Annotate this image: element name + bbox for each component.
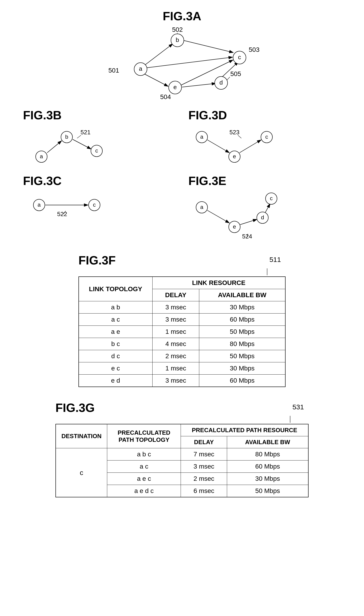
svg-line-43 [207,210,229,223]
delay-cell: 3 msec [181,461,227,473]
node-b: b [176,36,179,43]
svg-text:c: c [93,202,96,208]
fig3f-table: LINK TOPOLOGY LINK RESOURCE DELAY AVAILA… [78,276,286,387]
ref531-arrow [55,415,309,424]
fig3f-label: FIG.3F [78,253,116,267]
node-d: d [220,79,223,86]
fig3d-label: FIG.3D [188,108,341,122]
ref-511: 511 [269,256,281,263]
svg-line-14 [227,77,230,80]
delay-cell: 3 msec [152,375,199,387]
fig3b-diagram: a b c 521 [23,123,115,169]
ref-521: 521 [80,129,91,136]
delay-cell: 3 msec [152,301,199,314]
delay-cell: 1 msec [152,326,199,338]
delay-cell: 7 msec [181,448,227,461]
delay-cell: 2 msec [152,350,199,362]
fig3f-col2-header: LINK RESOURCE [152,277,285,289]
table-row: a c 3 msec 60 Mbps [79,314,285,326]
fig3c-diagram: a c 522 [23,189,115,226]
fig3g-resource-header: PRECALCULATED PATH RESOURCE [181,424,308,436]
delay-cell: 2 msec [181,473,227,485]
ref-523: 523 [229,129,239,136]
fig3f-bw-header: AVAILABLE BW [199,289,285,301]
fig3f-col1-header: LINK TOPOLOGY [79,277,152,301]
fig3a-diagram: a b c d e 502 503 501 504 505 [78,25,286,104]
path-cell: a c [107,461,181,473]
ref-522: 522 [57,211,67,218]
bw-cell: 80 Mbps [227,448,308,461]
fig3f-delay-header: DELAY [152,289,199,301]
bw-cell: 60 Mbps [199,314,285,326]
topology-cell: b c [79,338,152,350]
topology-cell: a b [79,301,152,314]
svg-text:e: e [233,153,236,159]
ref-531: 531 [292,403,304,411]
svg-line-34 [238,135,241,138]
fig3a-label: FIG.3A [163,9,201,23]
fig3g-bw-header: AVAILABLE BW [227,436,308,448]
delay-cell: 3 msec [152,314,199,326]
fig3g-section: FIG.3G 531 DESTINATION PRECALCULATED PAT… [14,401,350,497]
fig3g-label: FIG.3G [55,401,95,415]
node-c: c [238,54,241,61]
bw-cell: 60 Mbps [199,375,285,387]
bw-cell: 30 Mbps [199,362,285,375]
svg-text:a: a [38,202,41,208]
svg-line-24 [77,135,81,138]
topology-cell: a e [79,326,152,338]
path-cell: a e d c [107,485,181,497]
table-row: c a b c 7 msec 80 Mbps [56,448,308,461]
svg-text:b: b [65,134,68,140]
fig3e-diagram: a e d c 524 [188,189,285,244]
svg-text:e: e [233,223,236,230]
fig3d-diagram: a e c 523 [188,123,285,169]
fig3b-section: FIG.3B a b c 521 [23,108,176,169]
page: FIG.3A [0,0,364,616]
ref-505: 505 [230,70,241,77]
ref511-arrow [78,267,286,276]
node-a: a [139,65,143,72]
bw-cell: 50 Mbps [199,350,285,362]
bw-cell: 80 Mbps [199,338,285,350]
delay-cell: 4 msec [152,338,199,350]
svg-line-45 [265,204,270,213]
svg-text:a: a [40,153,43,159]
fig3g-table: DESTINATION PRECALCULATED PATH TOPOLOGY … [55,424,309,497]
table-row: d c 2 msec 50 Mbps [79,350,285,362]
svg-line-27 [240,140,261,153]
svg-line-44 [240,219,257,225]
ref-504: 504 [160,93,171,100]
svg-line-26 [207,140,229,153]
topology-cell: a c [79,314,152,326]
topology-cell: e d [79,375,152,387]
delay-cell: 1 msec [152,362,199,375]
svg-text:c: c [95,148,98,154]
fig3e-section: FIG.3E a e d [188,174,341,244]
fig3g-delay-header: DELAY [181,436,227,448]
svg-text:c: c [270,195,273,201]
svg-line-17 [73,139,91,149]
svg-text:a: a [200,204,203,210]
table-row: e d 3 msec 60 Mbps [79,375,285,387]
path-cell: a e c [107,473,181,485]
bw-cell: 30 Mbps [199,301,285,314]
ref-501: 501 [108,67,119,74]
bw-cell: 50 Mbps [227,485,308,497]
fig3c-label: FIG.3C [23,174,176,188]
node-e: e [173,84,177,91]
fig3c-section: FIG.3C a c 522 [23,174,176,244]
fig3g-dest-header: DESTINATION [56,424,107,448]
topology-cell: e c [79,362,152,375]
fig3b-label: FIG.3B [23,108,176,122]
svg-line-3 [142,73,168,86]
svg-line-7 [182,83,216,87]
svg-text:a: a [200,134,203,140]
delay-cell: 6 msec [181,485,227,497]
fig3e-label: FIG.3E [188,174,341,188]
fig3f-section: FIG.3F 511 LINK TOPOLOGY LINK RESOURCE D… [14,253,350,387]
table-row: b c 4 msec 80 Mbps [79,338,285,350]
fig3a-section: FIG.3A [14,9,350,104]
svg-text:d: d [261,214,264,220]
svg-line-1 [144,44,173,66]
